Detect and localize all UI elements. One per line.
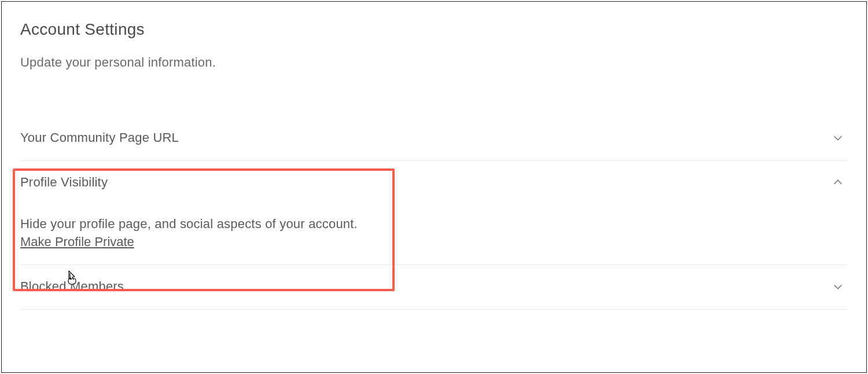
chevron-down-icon [832, 280, 844, 293]
section-profile-visibility-toggle[interactable]: Profile Visibility [20, 175, 848, 190]
section-profile-visibility: Profile Visibility Hide your profile pag… [20, 161, 848, 265]
page-title: Account Settings [20, 20, 848, 39]
section-blocked-members-title: Blocked Members [20, 279, 124, 294]
section-blocked-members-toggle[interactable]: Blocked Members [20, 279, 848, 294]
chevron-up-icon [832, 176, 844, 189]
chevron-down-icon [832, 131, 844, 144]
section-profile-visibility-title: Profile Visibility [20, 175, 108, 190]
settings-panel: Account Settings Update your personal in… [1, 1, 867, 373]
page-subtitle: Update your personal information. [20, 55, 848, 70]
section-community-url-toggle[interactable]: Your Community Page URL [20, 130, 848, 145]
section-profile-visibility-body: Hide your profile page, and social aspec… [20, 214, 848, 250]
section-community-url-title: Your Community Page URL [20, 130, 179, 145]
section-blocked-members: Blocked Members [20, 265, 848, 310]
section-community-url: Your Community Page URL [20, 116, 848, 161]
profile-visibility-description: Hide your profile page, and social aspec… [20, 214, 848, 233]
make-profile-private-link[interactable]: Make Profile Private [20, 234, 134, 250]
